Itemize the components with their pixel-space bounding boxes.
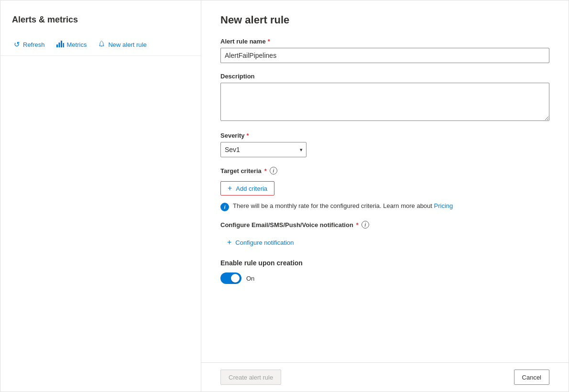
svg-rect-3	[63, 43, 64, 47]
description-label: Description	[220, 73, 549, 80]
svg-rect-2	[61, 41, 62, 47]
notification-group: Configure Email/SMS/Push/Voice notificat…	[220, 221, 549, 250]
enable-rule-toggle[interactable]	[220, 272, 241, 284]
create-alert-rule-button[interactable]: Create alert rule	[220, 370, 281, 385]
notification-label: Configure Email/SMS/Push/Voice notificat…	[220, 221, 549, 229]
sidebar: Alerts & metrics ↺ Refresh Metrics	[0, 0, 201, 392]
target-criteria-info-icon: i	[270, 167, 277, 174]
toggle-on-label: On	[246, 275, 254, 282]
required-star-notif: *	[356, 221, 359, 229]
pricing-link[interactable]: Pricing	[434, 202, 453, 209]
toggle-row: On	[220, 272, 549, 284]
cancel-button[interactable]: Cancel	[514, 370, 549, 385]
info-icon-blue: i	[220, 203, 229, 211]
toggle-thumb	[231, 274, 240, 283]
severity-label: Severity *	[220, 132, 549, 139]
refresh-button[interactable]: ↺ Refresh	[8, 37, 51, 52]
required-star-severity: *	[247, 132, 249, 139]
alert-rule-name-input[interactable]	[220, 48, 549, 63]
notif-plus-icon: +	[227, 238, 231, 247]
metrics-icon	[56, 41, 64, 49]
sidebar-title: Alerts & metrics	[0, 10, 201, 33]
footer-bar: Create alert rule Cancel	[201, 362, 569, 392]
notification-info-icon: i	[361, 221, 369, 229]
refresh-label: Refresh	[23, 41, 45, 48]
required-star-criteria: *	[264, 167, 267, 174]
new-alert-label: New alert rule	[108, 41, 146, 48]
severity-group: Severity * Sev0 Sev1 Sev2 Sev3 Sev4 ▾	[220, 132, 549, 157]
plus-icon: +	[228, 185, 232, 192]
svg-rect-0	[56, 44, 58, 47]
enable-rule-label: Enable rule upon creation	[220, 259, 549, 267]
enable-rule-group: Enable rule upon creation On	[220, 259, 549, 284]
description-textarea[interactable]	[220, 83, 549, 121]
add-criteria-label: Add criteria	[236, 185, 267, 192]
main-content: New alert rule Alert rule name * Descrip…	[201, 0, 569, 392]
sidebar-toolbar: ↺ Refresh Metrics	[0, 33, 201, 56]
metrics-label: Metrics	[67, 41, 87, 48]
required-star-name: *	[268, 38, 270, 45]
svg-rect-1	[58, 43, 60, 47]
refresh-icon: ↺	[14, 40, 20, 49]
info-text: There will be a monthly rate for the con…	[233, 202, 453, 209]
panel-title: New alert rule	[220, 14, 549, 26]
bell-icon	[98, 41, 105, 49]
alert-rule-name-group: Alert rule name *	[220, 38, 549, 63]
severity-select-wrapper: Sev0 Sev1 Sev2 Sev3 Sev4 ▾	[220, 142, 306, 157]
new-alert-rule-button[interactable]: New alert rule	[92, 38, 152, 52]
pricing-info-banner: i There will be a monthly rate for the c…	[220, 202, 549, 211]
target-criteria-group: Target criteria * i + Add criteria i The…	[220, 167, 549, 211]
alert-rule-name-label: Alert rule name *	[220, 38, 549, 45]
target-criteria-label: Target criteria * i	[220, 167, 549, 174]
configure-notification-button[interactable]: + Configure notification	[220, 235, 300, 250]
configure-notification-label: Configure notification	[235, 239, 294, 246]
metrics-button[interactable]: Metrics	[51, 38, 93, 52]
main-panel: New alert rule Alert rule name * Descrip…	[201, 0, 569, 362]
description-group: Description	[220, 73, 549, 122]
severity-select[interactable]: Sev0 Sev1 Sev2 Sev3 Sev4	[220, 142, 306, 157]
add-criteria-button[interactable]: + Add criteria	[220, 181, 274, 196]
